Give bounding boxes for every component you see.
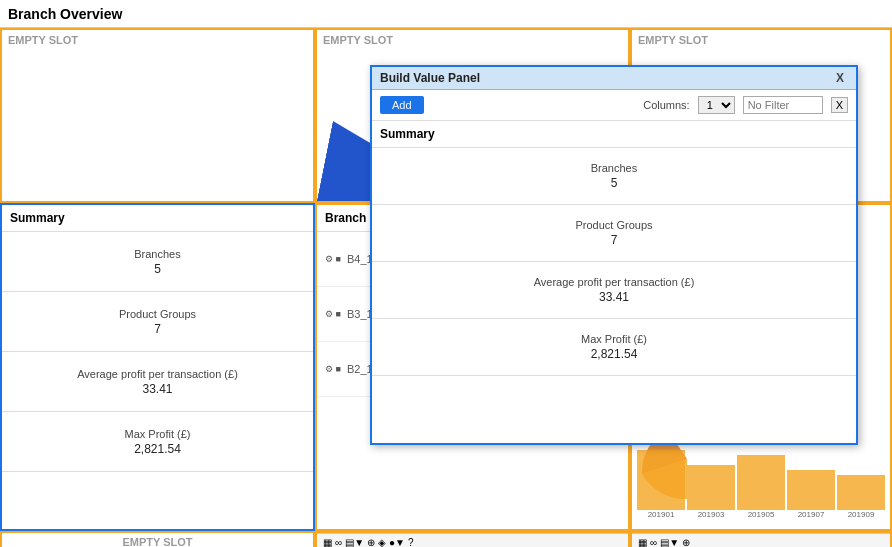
summary-panel: Summary Branches 5 Product Groups 7 Aver… bbox=[0, 203, 315, 531]
modal-toolbar: Add Columns: 1 2 3 X bbox=[372, 90, 856, 121]
modal-avg-profit-value: 33.41 bbox=[380, 290, 848, 304]
branch-row-b4-icons: ⚙ ■ bbox=[325, 254, 341, 264]
modal-branches-label: Branches bbox=[380, 162, 848, 174]
circle-icon: ◈ bbox=[378, 537, 386, 547]
bar-3 bbox=[787, 470, 835, 510]
branch-row-b2-label: B2_1 bbox=[347, 363, 373, 375]
settings-icon-2: ⚙ ■ bbox=[325, 309, 341, 319]
product-groups-label: Product Groups bbox=[119, 308, 196, 320]
settings-icon-3: ⚙ ■ bbox=[325, 364, 341, 374]
summary-title: Summary bbox=[2, 205, 313, 232]
branch-row-b4-label: B4_1 bbox=[347, 253, 373, 265]
filter-icon: ▤▼ bbox=[345, 537, 364, 547]
branch-row-b3-label: B3_1 bbox=[347, 308, 373, 320]
branch-row-b2-icons: ⚙ ■ bbox=[325, 364, 341, 374]
top-left-label: EMPTY SLOT bbox=[2, 30, 313, 50]
filter-input[interactable] bbox=[743, 96, 823, 114]
table-icon-2: ▦ bbox=[638, 537, 647, 547]
max-profit-value: 2,821.54 bbox=[134, 442, 181, 456]
bottom-right-cell: ▦ ∞ ▤▼ ⊕ bbox=[630, 531, 892, 547]
bar-label-3: 201907 bbox=[787, 510, 835, 519]
main-container: Branch Overview EMPTY SLOT EMPTY SLOT EM… bbox=[0, 0, 892, 547]
bar-label-4: 201909 bbox=[837, 510, 885, 519]
bar-0 bbox=[637, 450, 685, 510]
bottom-left-cell: EMPTY SLOT bbox=[0, 531, 315, 547]
plus-icon-2: ⊕ bbox=[682, 537, 690, 547]
bottom-middle-cell: ▦ ∞ ▤▼ ⊕ ◈ ●▼ ? bbox=[315, 531, 630, 547]
modal-title: Build Value Panel bbox=[380, 71, 480, 85]
modal-item-branches: Branches 5 bbox=[372, 148, 856, 205]
bar-4 bbox=[837, 475, 885, 510]
bar-2 bbox=[737, 455, 785, 510]
dot-icon: ●▼ bbox=[389, 537, 405, 547]
status-bar-middle: ▦ ∞ ▤▼ ⊕ ◈ ●▼ ? bbox=[317, 533, 628, 547]
infinity-icon: ∞ bbox=[335, 537, 342, 547]
summary-item-avg-profit: Average profit per transaction (£) 33.41 bbox=[2, 352, 313, 412]
bar-label-1: 201903 bbox=[687, 510, 735, 519]
branches-value: 5 bbox=[154, 262, 161, 276]
columns-label: Columns: bbox=[643, 99, 689, 111]
status-bar-right: ▦ ∞ ▤▼ ⊕ bbox=[632, 533, 890, 547]
avg-profit-label: Average profit per transaction (£) bbox=[77, 368, 238, 380]
modal-branches-value: 5 bbox=[380, 176, 848, 190]
modal-close-button[interactable]: X bbox=[832, 71, 848, 85]
branches-label: Branches bbox=[134, 248, 180, 260]
bar-label-0: 201901 bbox=[637, 510, 685, 519]
filter-icon-2: ▤▼ bbox=[660, 537, 679, 547]
plus-icon: ⊕ bbox=[367, 537, 375, 547]
modal-avg-profit-label: Average profit per transaction (£) bbox=[380, 276, 848, 288]
avg-profit-value: 33.41 bbox=[142, 382, 172, 396]
bar-1 bbox=[687, 465, 735, 510]
bar-label-2: 201905 bbox=[737, 510, 785, 519]
top-right-label: EMPTY SLOT bbox=[632, 30, 890, 50]
top-left-cell: EMPTY SLOT bbox=[0, 28, 315, 203]
product-groups-value: 7 bbox=[154, 322, 161, 336]
bottom-left-label: EMPTY SLOT bbox=[122, 536, 192, 547]
question-icon: ? bbox=[408, 537, 414, 547]
modal-item-product-groups: Product Groups 7 bbox=[372, 205, 856, 262]
top-middle-label: EMPTY SLOT bbox=[317, 30, 628, 50]
summary-item-max-profit: Max Profit (£) 2,821.54 bbox=[2, 412, 313, 472]
columns-select[interactable]: 1 2 3 bbox=[698, 96, 735, 114]
build-value-panel-modal: Build Value Panel X Add Columns: 1 2 3 X… bbox=[370, 65, 858, 445]
infinity-icon-2: ∞ bbox=[650, 537, 657, 547]
modal-item-avg-profit: Average profit per transaction (£) 33.41 bbox=[372, 262, 856, 319]
modal-product-groups-label: Product Groups bbox=[380, 219, 848, 231]
modal-max-profit-label: Max Profit (£) bbox=[380, 333, 848, 345]
title-bar: Branch Overview bbox=[0, 0, 892, 28]
page-title: Branch Overview bbox=[8, 6, 122, 22]
modal-max-profit-value: 2,821.54 bbox=[380, 347, 848, 361]
modal-header: Build Value Panel X bbox=[372, 67, 856, 90]
modal-product-groups-value: 7 bbox=[380, 233, 848, 247]
settings-icon: ⚙ ■ bbox=[325, 254, 341, 264]
modal-section-title: Summary bbox=[372, 121, 856, 148]
summary-item-branches: Branches 5 bbox=[2, 232, 313, 292]
branch-row-b3-icons: ⚙ ■ bbox=[325, 309, 341, 319]
add-button[interactable]: Add bbox=[380, 96, 424, 114]
max-profit-label: Max Profit (£) bbox=[124, 428, 190, 440]
bar-labels: 201901 201903 201905 201907 201909 bbox=[637, 510, 885, 519]
table-icon: ▦ bbox=[323, 537, 332, 547]
summary-item-product-groups: Product Groups 7 bbox=[2, 292, 313, 352]
filter-clear-button[interactable]: X bbox=[831, 97, 848, 113]
modal-item-max-profit: Max Profit (£) 2,821.54 bbox=[372, 319, 856, 376]
